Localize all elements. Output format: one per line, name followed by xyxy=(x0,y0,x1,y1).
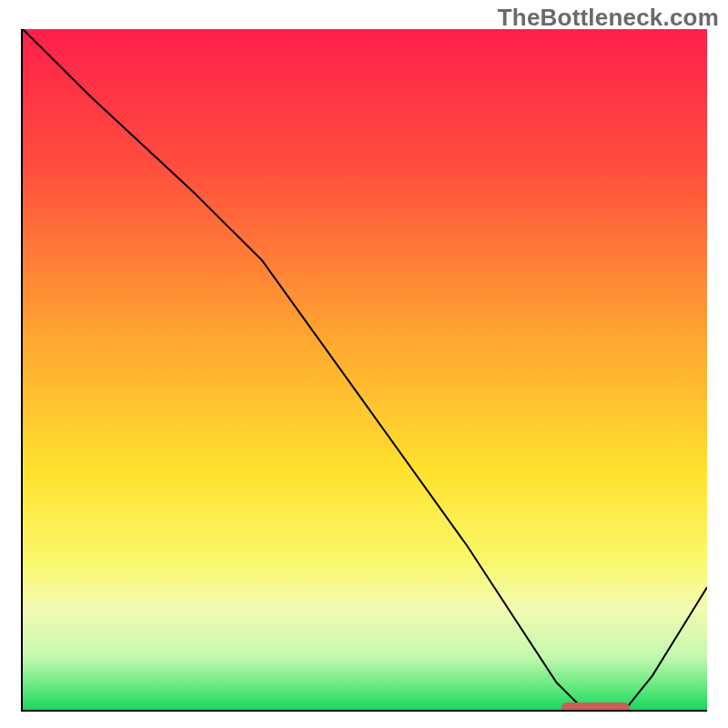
chart-frame: TheBottleneck.com xyxy=(0,0,728,728)
plot-svg xyxy=(23,29,707,710)
highlight-marker xyxy=(561,703,630,712)
watermark-text: TheBottleneck.com xyxy=(498,4,719,32)
plot-area xyxy=(21,29,707,712)
gradient-background xyxy=(23,29,707,710)
